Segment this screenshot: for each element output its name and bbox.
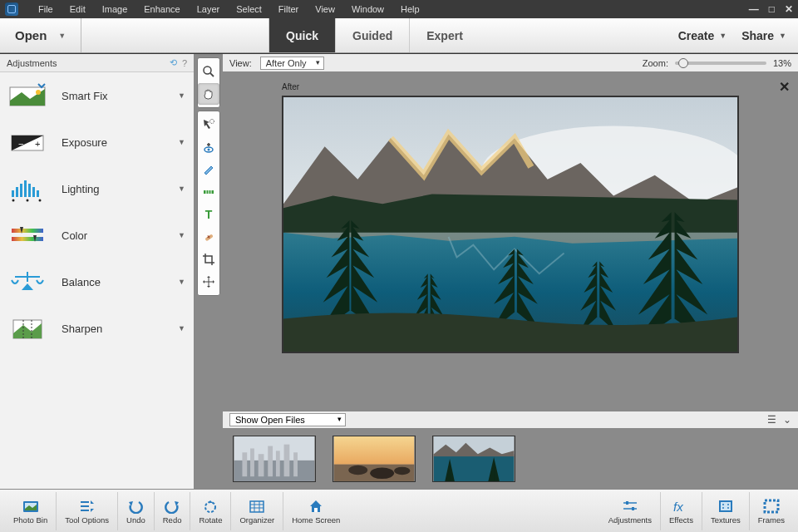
chevron-down-icon: ▼ <box>178 138 185 146</box>
zoom-label: Zoom: <box>643 58 668 68</box>
straighten-tool[interactable] <box>198 181 219 203</box>
canvas-toolbar: View: After Only Zoom: 13% <box>223 54 798 72</box>
zoom-value: 13% <box>773 58 791 68</box>
svg-point-52 <box>370 468 394 480</box>
thumbnail-3[interactable] <box>432 436 515 482</box>
photo-bin-bar: Show Open Files ☰⌄ <box>223 411 798 429</box>
reset-icon[interactable]: ⟲ <box>170 57 177 68</box>
homescreen-button[interactable]: Home Screen <box>283 492 348 530</box>
close-button[interactable]: ✕ <box>785 3 793 15</box>
redo-button[interactable]: Redo <box>155 492 191 530</box>
organizer-button[interactable]: Organizer <box>231 492 283 530</box>
thumbnail-2[interactable] <box>332 436 416 482</box>
effects-icon: fx <box>672 497 690 515</box>
svg-rect-76 <box>765 500 778 512</box>
chevron-down-icon: ▼ <box>178 91 185 100</box>
undo-button[interactable]: Undo <box>118 492 155 530</box>
frames-button[interactable]: Frames <box>750 492 793 530</box>
zoom-tool[interactable] <box>198 61 219 82</box>
button-label: Undo <box>126 515 145 525</box>
menu-filter[interactable]: Filter <box>270 1 307 17</box>
svg-point-13 <box>27 200 29 202</box>
menu-edit[interactable]: Edit <box>62 1 94 17</box>
whiten-tool[interactable] <box>198 159 219 180</box>
chevron-down-icon: ▼ <box>178 324 185 332</box>
svg-text:T: T <box>205 208 213 221</box>
menu-layer[interactable]: Layer <box>189 1 229 17</box>
chevron-down-icon: ▼ <box>178 185 185 193</box>
adjustment-exposure[interactable]: −+Exposure▼ <box>0 119 194 165</box>
view-select[interactable]: After Only <box>260 57 324 70</box>
crop-tool[interactable] <box>198 249 219 270</box>
menu-enhance[interactable]: Enhance <box>135 1 188 17</box>
healing-tool[interactable] <box>198 226 219 248</box>
menu-window[interactable]: Window <box>343 1 392 17</box>
canvas[interactable]: ✕ After <box>223 72 798 411</box>
svg-text:+: + <box>35 139 40 149</box>
thumbnail-1[interactable] <box>233 436 316 482</box>
button-label: Redo <box>163 515 182 525</box>
adjustment-label: Exposure <box>62 136 178 149</box>
button-label: Effects <box>669 515 693 525</box>
svg-rect-49 <box>334 436 414 465</box>
close-image-button[interactable]: ✕ <box>779 79 790 95</box>
create-button[interactable]: Create▼ <box>678 29 727 42</box>
share-button[interactable]: Share▼ <box>741 29 786 42</box>
bin-select[interactable]: Show Open Files <box>229 413 346 426</box>
svg-rect-7 <box>20 184 22 197</box>
svg-text:−: − <box>18 139 23 149</box>
panel-header: Adjustments ⟲ ? <box>0 54 194 72</box>
quick-select-tool[interactable] <box>198 114 219 135</box>
text-tool[interactable]: T <box>198 204 219 225</box>
maximize-button[interactable]: □ <box>769 3 775 15</box>
undo-icon <box>127 497 144 515</box>
canvas-area: View: After Only Zoom: 13% ✕ After <box>223 54 798 489</box>
zoom-slider[interactable] <box>675 62 766 65</box>
svg-rect-9 <box>28 184 31 197</box>
svg-point-75 <box>727 507 729 509</box>
menu-image[interactable]: Image <box>94 1 136 17</box>
adjustment-balance[interactable]: Balance▼ <box>0 259 194 305</box>
textures-icon <box>717 497 734 515</box>
minimize-button[interactable]: — <box>749 3 759 15</box>
svg-rect-11 <box>37 190 39 197</box>
menu-help[interactable]: Help <box>392 1 428 17</box>
svg-rect-44 <box>259 454 264 476</box>
tab-expert[interactable]: Expert <box>409 18 480 52</box>
chevron-down-icon: ▼ <box>719 32 727 40</box>
photobin-icon <box>22 497 39 515</box>
adjustments-panel: Adjustments ⟲ ? Smart Fix▼−+Exposure▼Lig… <box>0 54 195 489</box>
redeye-tool[interactable] <box>198 136 219 158</box>
tooloptions-button[interactable]: Tool Options <box>57 492 118 530</box>
adjustment-lighting[interactable]: Lighting▼ <box>0 165 194 212</box>
help-icon[interactable]: ? <box>182 58 187 68</box>
tab-guided[interactable]: Guided <box>335 18 409 52</box>
menu-select[interactable]: Select <box>228 1 270 17</box>
effects-button[interactable]: fxEffects <box>661 492 702 530</box>
photobin-button[interactable]: Photo Bin <box>5 492 57 530</box>
svg-rect-68 <box>632 507 634 510</box>
button-label: Frames <box>758 515 785 525</box>
adjustment-color[interactable]: Color▼ <box>0 212 194 259</box>
menu-view[interactable]: View <box>307 1 343 17</box>
svg-rect-10 <box>32 187 35 197</box>
adjustment-smartfix[interactable]: Smart Fix▼ <box>0 72 194 119</box>
open-button[interactable]: Open ▼ <box>0 18 81 52</box>
button-label: Organizer <box>239 515 274 525</box>
tab-quick[interactable]: Quick <box>268 18 335 52</box>
hand-tool[interactable] <box>198 83 219 105</box>
svg-rect-46 <box>276 451 280 476</box>
rotate-button[interactable]: Rotate <box>190 492 231 530</box>
move-tool[interactable] <box>198 271 219 293</box>
svg-rect-67 <box>626 501 628 505</box>
adjustment-sharpen[interactable]: Sharpen▼ <box>0 305 194 352</box>
svg-rect-48 <box>293 452 298 476</box>
svg-rect-64 <box>314 508 318 512</box>
menu-file[interactable]: File <box>30 1 62 17</box>
balance-icon <box>8 268 47 295</box>
svg-point-1 <box>36 90 41 95</box>
bin-collapse-icon[interactable]: ⌄ <box>783 414 791 426</box>
textures-button[interactable]: Textures <box>702 492 750 530</box>
bin-menu-icon[interactable]: ☰ <box>767 414 776 426</box>
adjustments-button[interactable]: Adjustments <box>600 492 661 530</box>
